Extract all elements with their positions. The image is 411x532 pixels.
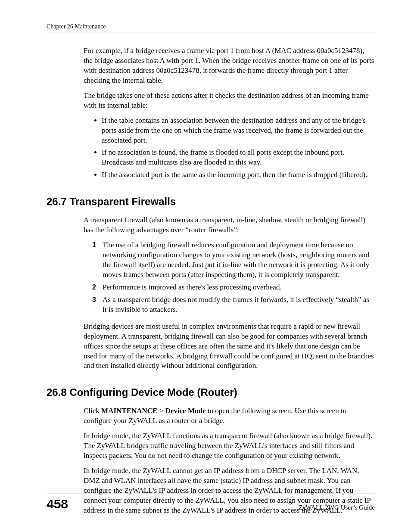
running-head: Chapter 26 Maintenance	[47, 23, 375, 30]
list-text: The use of a bridging firewall reduces c…	[103, 241, 369, 279]
list-marker: 2	[92, 283, 96, 292]
page-footer: 458 ZyWALL 2WG User’s Guide	[47, 494, 375, 511]
header-rule	[47, 32, 375, 32]
paragraph: For example, if a bridge receives a fram…	[84, 46, 375, 86]
section-heading-26-7: 26.7 Transparent Firewalls	[47, 196, 375, 208]
section-26-7-outro: Bridging devices are most useful in comp…	[84, 322, 375, 371]
footer-row: 458 ZyWALL 2WG User’s Guide	[47, 497, 375, 511]
paragraph: Click MAINTENANCE > Device Mode to open …	[84, 406, 375, 426]
paragraph: In bridge mode, the ZyWALL functions as …	[84, 431, 375, 461]
list-item: If the table contains an association bet…	[102, 116, 375, 146]
bullet-list: If the table contains an association bet…	[47, 116, 375, 180]
list-item: 2 Performance is improved as there's les…	[92, 283, 375, 292]
bold-text: Device Mode	[165, 407, 206, 415]
bold-text: MAINTENANCE	[101, 407, 157, 415]
list-marker: 3	[92, 295, 96, 305]
list-item: If no association is found, the frame is…	[102, 148, 375, 168]
list-text: Performance is improved as there's less …	[103, 283, 282, 291]
text-run: >	[157, 407, 165, 415]
page-number: 458	[47, 497, 68, 511]
list-item: If the associated port is the same as th…	[102, 170, 375, 180]
numbered-list: 1 The use of a bridging firewall reduces…	[47, 240, 375, 315]
list-marker: 1	[92, 240, 96, 250]
footer-rule	[47, 494, 375, 494]
paragraph: A transparent firewall (also known as a …	[84, 215, 375, 235]
section-26-7-intro: A transparent firewall (also known as a …	[84, 215, 375, 235]
intro-block: For example, if a bridge receives a fram…	[84, 46, 375, 111]
doc-title: ZyWALL 2WG User’s Guide	[299, 504, 375, 511]
text-run: Click	[84, 407, 101, 415]
paragraph: Bridging devices are most useful in comp…	[84, 322, 375, 371]
list-text: As a transparent bridge does not modify …	[103, 296, 369, 314]
page: Chapter 26 Maintenance For example, if a…	[0, 0, 411, 532]
paragraph: The bridge takes one of these actions af…	[84, 91, 375, 111]
section-heading-26-8: 26.8 Configuring Device Mode (Router)	[47, 386, 375, 398]
list-item: 3 As a transparent bridge does not modif…	[92, 295, 375, 315]
list-item: 1 The use of a bridging firewall reduces…	[92, 240, 375, 280]
